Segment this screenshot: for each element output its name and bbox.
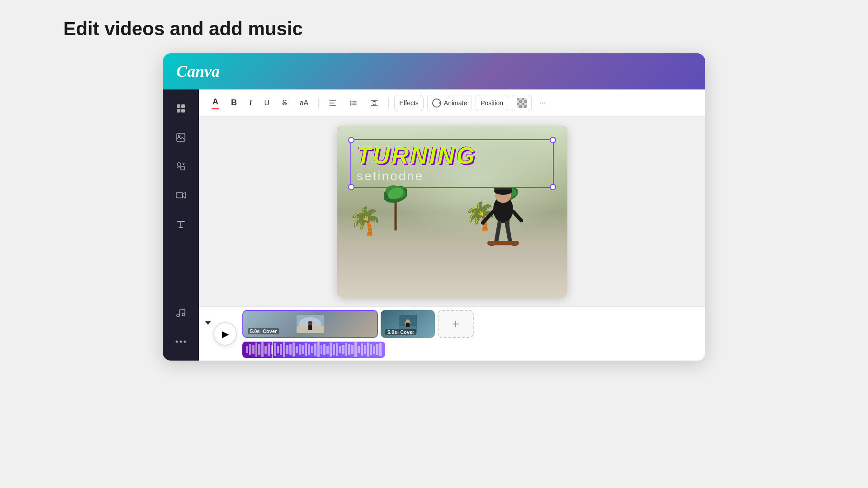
turning-text: TURNING <box>357 144 547 167</box>
svg-rect-4 <box>177 133 185 141</box>
selection-box: TURNING setinodne <box>350 139 554 188</box>
audio-playhead <box>272 342 273 358</box>
align-button[interactable] <box>324 95 341 111</box>
transparency-button[interactable] <box>512 95 532 111</box>
animate-icon <box>432 99 441 108</box>
svg-rect-39 <box>308 325 312 330</box>
timeline-tracks: 5.0s- Cover <box>242 310 696 358</box>
sidebar-item-images[interactable] <box>169 126 193 149</box>
svg-rect-44 <box>406 323 410 327</box>
svg-point-5 <box>179 135 180 137</box>
video-tracks: 5.0s- Cover <box>242 310 696 338</box>
list-button[interactable] <box>345 95 362 111</box>
app-container: Canva <box>163 53 705 361</box>
sidebar-item-music[interactable] <box>169 301 193 324</box>
text-color-label: A <box>212 97 218 108</box>
effects-label: Effects <box>399 99 419 107</box>
text-overlay-container[interactable]: TURNING setinodne <box>350 139 554 188</box>
svg-point-16 <box>350 104 352 105</box>
svg-rect-2 <box>177 109 180 113</box>
svg-point-43 <box>406 319 410 323</box>
handle-top-right[interactable] <box>550 137 556 143</box>
handle-bottom-right[interactable] <box>550 184 556 190</box>
font-size-label: aA <box>300 99 309 107</box>
bold-label: B <box>231 98 237 108</box>
position-button[interactable]: Position <box>476 95 508 111</box>
font-size-button[interactable]: aA <box>295 95 313 111</box>
editor-area: A B I U S aA <box>199 89 705 361</box>
skatepark-ground <box>337 246 567 297</box>
transparency-icon <box>517 98 527 108</box>
italic-button[interactable]: I <box>245 95 256 111</box>
svg-line-28 <box>483 211 493 223</box>
video-clip-2[interactable]: 5.0s- Cover <box>381 310 435 338</box>
svg-line-30 <box>496 223 500 241</box>
position-label: Position <box>481 99 503 107</box>
sidebar-item-video[interactable] <box>169 183 193 207</box>
underline-button[interactable]: U <box>259 95 274 111</box>
page-title: Edit videos and add music <box>63 18 303 40</box>
app-body: A B I U S aA <box>163 89 705 361</box>
playhead-arrow <box>205 321 211 325</box>
app-header: Canva <box>163 53 705 89</box>
more-options-button[interactable]: ··· <box>535 95 550 111</box>
handle-bottom-left[interactable] <box>348 184 354 190</box>
svg-point-13 <box>184 341 186 343</box>
sidebar <box>163 89 199 361</box>
sidebar-item-elements[interactable] <box>169 155 193 178</box>
svg-rect-0 <box>177 104 180 108</box>
animate-button[interactable]: Animate <box>427 95 472 111</box>
italic-label: I <box>250 99 251 107</box>
svg-line-31 <box>507 223 510 241</box>
add-clip-icon: + <box>452 317 459 331</box>
toolbar-separator-2 <box>388 98 389 108</box>
svg-point-11 <box>176 341 178 343</box>
line-spacing-button[interactable] <box>366 95 383 111</box>
strikethrough-label: S <box>282 99 287 107</box>
subtitle-text: setinodne <box>357 169 547 183</box>
strikethrough-button[interactable]: S <box>278 95 292 111</box>
svg-rect-1 <box>181 104 185 108</box>
svg-rect-3 <box>181 109 185 113</box>
svg-point-10 <box>182 313 185 316</box>
canva-logo: Canva <box>176 62 220 81</box>
timeline-area: ▶ <box>199 306 705 361</box>
svg-point-12 <box>180 341 182 343</box>
svg-line-29 <box>513 211 521 221</box>
canvas-area: TURNING setinodne <box>199 117 705 306</box>
bold-button[interactable]: B <box>226 95 241 111</box>
handle-top-left[interactable] <box>348 137 354 143</box>
svg-point-9 <box>177 314 179 317</box>
svg-rect-8 <box>176 192 183 198</box>
toolbar: A B I U S aA <box>199 89 705 117</box>
audio-track[interactable] <box>242 342 385 358</box>
play-button[interactable]: ▶ <box>213 322 237 346</box>
video-canvas[interactable]: TURNING setinodne <box>337 126 567 297</box>
audio-waveform <box>242 342 385 358</box>
effects-button[interactable]: Effects <box>394 95 424 111</box>
toolbar-separator <box>318 98 319 108</box>
svg-point-14 <box>350 100 352 102</box>
sidebar-item-layout[interactable] <box>169 97 193 120</box>
play-icon: ▶ <box>222 328 229 339</box>
sidebar-item-more[interactable] <box>169 330 193 353</box>
animate-label: Animate <box>444 99 467 107</box>
svg-rect-7 <box>181 166 184 170</box>
text-color-button[interactable]: A <box>208 95 223 111</box>
underline-label: U <box>264 99 269 107</box>
clip-2-label: 5.0s- Cover <box>385 329 416 335</box>
svg-point-38 <box>308 321 312 325</box>
svg-point-6 <box>177 163 181 166</box>
more-options-label: ··· <box>540 99 546 107</box>
add-clip-button[interactable]: + <box>438 310 474 338</box>
sidebar-item-text[interactable] <box>169 212 193 236</box>
svg-point-15 <box>350 102 352 103</box>
clip-1-label: 5.0s- Cover <box>248 328 279 334</box>
video-clip-1[interactable]: 5.0s- Cover <box>242 310 378 338</box>
